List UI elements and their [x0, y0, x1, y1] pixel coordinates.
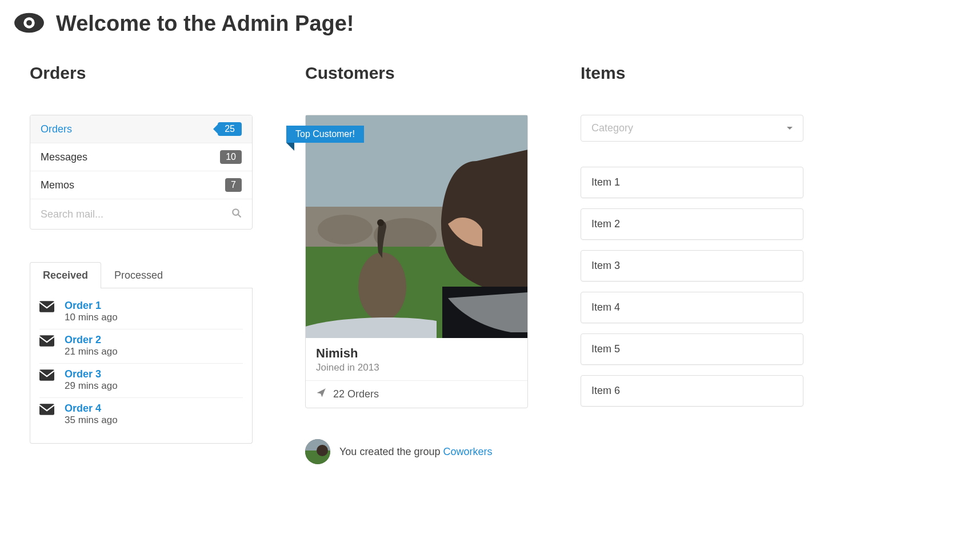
- list-row-label: Messages: [41, 151, 87, 163]
- category-dropdown[interactable]: Category: [581, 115, 803, 142]
- orders-tabs: Received Processed: [30, 262, 253, 288]
- customer-joined: Joined in 2013: [316, 362, 517, 373]
- list-row-orders[interactable]: Orders 25: [30, 115, 252, 143]
- dropdown-placeholder: Category: [591, 122, 633, 134]
- item-card[interactable]: Item 4: [581, 292, 803, 323]
- envelope-icon: [39, 403, 55, 417]
- order-row[interactable]: Order 4 35 mins ago: [39, 398, 243, 432]
- svg-point-3: [233, 209, 239, 215]
- activity-text: You created the group Coworkers: [339, 446, 493, 458]
- svg-rect-7: [39, 369, 54, 381]
- order-row[interactable]: Order 3 29 mins ago: [39, 364, 243, 398]
- svg-point-2: [26, 20, 32, 26]
- customer-card[interactable]: Top Customer!: [305, 115, 528, 408]
- items-heading: Items: [581, 63, 855, 83]
- page-header: Welcome to the Admin Page!: [14, 11, 966, 36]
- item-card[interactable]: Item 1: [581, 167, 803, 198]
- envelope-icon: [39, 334, 55, 349]
- svg-point-20: [317, 445, 328, 456]
- item-card[interactable]: Item 3: [581, 250, 803, 281]
- search-row: [30, 199, 252, 229]
- eye-icon: [14, 12, 45, 36]
- badge-count: 25: [218, 122, 242, 136]
- list-row-memos[interactable]: Memos 7: [30, 171, 252, 199]
- item-card[interactable]: Item 5: [581, 333, 803, 365]
- svg-rect-8: [39, 404, 54, 415]
- page-title: Welcome to the Admin Page!: [56, 11, 354, 36]
- order-time: 29 mins ago: [65, 380, 118, 392]
- avatar: [305, 439, 330, 464]
- activity-prefix: You created the group: [339, 446, 443, 457]
- search-icon[interactable]: [231, 208, 242, 220]
- activity-link[interactable]: Coworkers: [443, 446, 492, 457]
- svg-point-11: [318, 215, 373, 244]
- search-input[interactable]: [41, 208, 231, 220]
- svg-point-15: [358, 252, 406, 321]
- svg-rect-6: [39, 335, 54, 347]
- order-time: 21 mins ago: [65, 346, 118, 357]
- order-title: Order 3: [65, 368, 118, 380]
- list-row-label: Orders: [41, 123, 72, 135]
- activity-row: You created the group Coworkers: [305, 439, 579, 464]
- svg-point-16: [377, 219, 384, 226]
- customer-photo: [306, 115, 527, 338]
- svg-line-4: [238, 214, 241, 217]
- customers-heading: Customers: [305, 63, 579, 83]
- order-title: Order 2: [65, 334, 118, 346]
- envelope-icon: [39, 368, 55, 383]
- svg-rect-5: [39, 301, 54, 312]
- envelope-icon: [39, 300, 55, 315]
- chevron-down-icon: [787, 127, 793, 132]
- badge-count: 10: [220, 150, 242, 164]
- order-row[interactable]: Order 2 21 mins ago: [39, 329, 243, 364]
- order-title: Order 1: [65, 300, 118, 312]
- tab-processed[interactable]: Processed: [101, 262, 176, 288]
- order-time: 10 mins ago: [65, 312, 118, 323]
- item-card[interactable]: Item 2: [581, 208, 803, 240]
- tab-panel-received: Order 1 10 mins ago Order 2 21 mins ago: [30, 288, 253, 444]
- top-customer-ribbon: Top Customer!: [286, 126, 364, 143]
- customer-name: Nimish: [316, 346, 517, 361]
- paper-plane-icon: [316, 388, 326, 401]
- list-row-messages[interactable]: Messages 10: [30, 143, 252, 171]
- item-card[interactable]: Item 6: [581, 375, 803, 407]
- customer-orders-line: 22 Orders: [333, 388, 379, 400]
- order-title: Order 4: [65, 403, 118, 415]
- order-row[interactable]: Order 1 10 mins ago: [39, 295, 243, 329]
- orders-heading: Orders: [30, 63, 304, 83]
- order-time: 35 mins ago: [65, 415, 118, 426]
- badge-count: 7: [225, 178, 242, 192]
- tab-received[interactable]: Received: [30, 262, 101, 288]
- list-row-label: Memos: [41, 179, 74, 191]
- orders-list-group: Orders 25 Messages 10 Memos 7: [30, 115, 253, 230]
